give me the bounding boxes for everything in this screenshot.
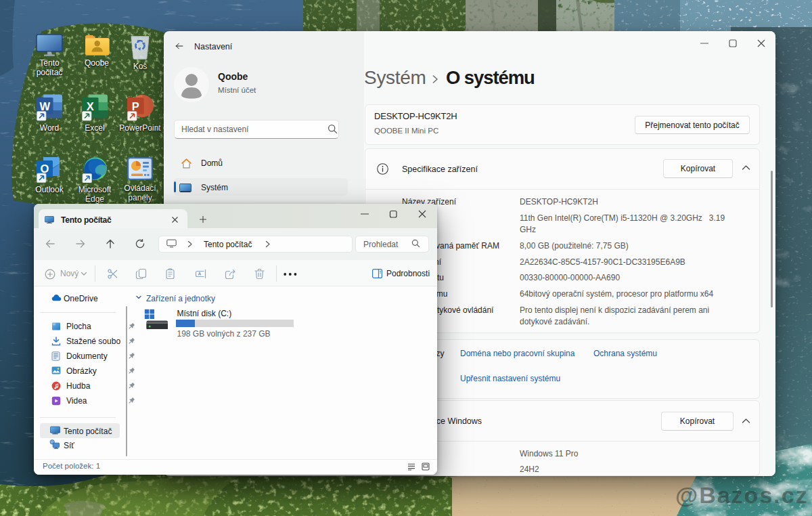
svg-text:O: O [41, 163, 49, 175]
svg-text:W: W [39, 100, 50, 112]
svg-text:X: X [87, 100, 94, 112]
svg-text:P: P [132, 100, 139, 112]
